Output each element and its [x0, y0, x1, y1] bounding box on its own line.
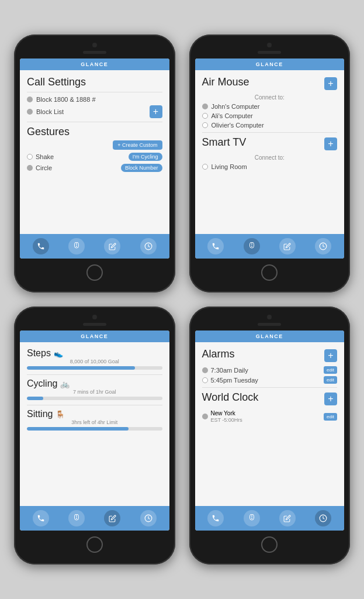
world-clock-header: World Clock + — [202, 391, 338, 406]
svg-point-2 — [76, 246, 77, 247]
radio-dot-2 — [27, 109, 33, 115]
alarms-header: Alarms + — [202, 348, 338, 363]
toolbar-mouse-icon-4[interactable] — [244, 510, 260, 526]
screen-4: GLANCE Alarms + 7:30am Daily edit 5 — [195, 331, 345, 531]
world-clock-ny-item: New York EST -5:00Hrs edit — [202, 409, 338, 424]
toolbar-mouse-icon-1[interactable] — [68, 238, 85, 254]
air-mouse-title: Air Mouse — [202, 76, 249, 88]
phone-1: GLANCE Call Settings Block 1800 & 1888 #… — [14, 35, 175, 292]
phone-speaker-2 — [258, 51, 281, 54]
toolbar-edit-icon-4[interactable] — [279, 510, 296, 526]
alarm-1-edit-button[interactable]: edit — [324, 366, 337, 374]
cycling-section: Cycling 🚲 7 mins of 1hr Goal — [27, 378, 162, 400]
living-room-label: Living Room — [212, 163, 247, 170]
gesture-circle-label: Circle — [36, 164, 52, 171]
phone-speaker-3 — [83, 323, 106, 326]
alarm-2-edit-button[interactable]: edit — [324, 376, 337, 384]
smart-tv-title: Smart TV — [202, 136, 247, 149]
add-smart-tv-button[interactable]: + — [324, 137, 337, 150]
phone-camera-3 — [92, 315, 97, 319]
steps-progress-fill — [27, 366, 135, 370]
status-bar-3: GLANCE — [20, 331, 169, 342]
air-mouse-header: Air Mouse + — [202, 76, 338, 91]
phone-camera-2 — [267, 43, 272, 47]
alarm-2-label: 5:45pm Tuesday — [211, 377, 258, 384]
toolbar-clock-icon-2[interactable] — [315, 238, 331, 254]
gesture-shake-label: Shake — [36, 153, 54, 160]
radio-olivier — [202, 122, 208, 128]
alarm-2-radio — [202, 377, 208, 383]
toolbar-clock-icon-3[interactable] — [140, 510, 157, 526]
sitting-section: Sitting 🪑 3hrs left of 4hr Limit — [27, 409, 162, 431]
radio-ali — [202, 113, 208, 119]
toolbar-phone-icon-4[interactable] — [207, 510, 224, 526]
toolbar-mouse-icon-3[interactable] — [68, 510, 85, 526]
home-button-3[interactable] — [86, 536, 103, 553]
add-world-clock-button[interactable]: + — [324, 393, 337, 405]
phone-speaker-1 — [83, 51, 106, 54]
toolbar-clock-icon-4[interactable] — [315, 510, 331, 526]
add-alarm-button[interactable]: + — [324, 349, 337, 362]
svg-point-6 — [251, 246, 252, 247]
status-bar-2: GLANCE — [195, 58, 345, 70]
call-settings-title: Call Settings — [27, 76, 162, 88]
alarms-title: Alarms — [202, 348, 235, 360]
block-list-label: Block List — [36, 108, 64, 115]
svg-point-10 — [76, 518, 77, 519]
steps-subtitle: 8,000 of 10,000 Goal — [27, 359, 162, 364]
toolbar-edit-icon-3[interactable] — [104, 510, 120, 526]
home-button-1[interactable] — [86, 264, 103, 281]
toolbar-edit-icon-1[interactable] — [104, 238, 120, 254]
steps-icon: 👟 — [54, 349, 63, 358]
gesture-shake-radio[interactable] — [27, 154, 33, 160]
toolbar-phone-icon-2[interactable] — [207, 238, 224, 254]
create-custom-button[interactable]: + Create Custom — [113, 140, 162, 150]
wc-ny-city: New York — [211, 409, 242, 417]
phone-4: GLANCE Alarms + 7:30am Daily edit 5 — [189, 307, 351, 564]
wc-ny-radio — [202, 414, 208, 419]
toolbar-2 — [195, 234, 345, 259]
cycling-icon: 🚲 — [60, 380, 70, 388]
smart-tv-header: Smart TV + — [202, 136, 338, 151]
toolbar-phone-icon-1[interactable] — [33, 238, 49, 254]
toolbar-clock-icon-1[interactable] — [140, 238, 157, 254]
add-block-list-button[interactable]: + — [150, 105, 162, 118]
gesture-circle-row: Circle Block Number — [27, 164, 162, 172]
toolbar-4 — [195, 506, 345, 531]
olivier-computer-item: Olivier's Computer — [202, 122, 338, 129]
living-room-item: Living Room — [202, 163, 338, 170]
status-bar-4: GLANCE — [195, 331, 345, 342]
cycling-title: Cycling 🚲 — [27, 378, 162, 389]
gestures-title: Gestures — [27, 126, 162, 138]
radio-john — [202, 104, 208, 109]
sitting-progress-fill — [27, 427, 129, 431]
ali-computer-item: Ali's Computer — [202, 112, 338, 119]
steps-progress-bg — [27, 366, 162, 370]
home-button-4[interactable] — [261, 536, 278, 553]
add-air-mouse-button[interactable]: + — [324, 77, 337, 90]
gesture-circle-radio[interactable] — [27, 165, 33, 171]
alarm-1-radio — [202, 367, 208, 373]
alarm-2-item: 5:45pm Tuesday edit — [202, 376, 338, 384]
john-computer-label: John's Computer — [212, 103, 260, 110]
radio-dot-1 — [27, 97, 33, 102]
toolbar-edit-icon-2[interactable] — [279, 238, 296, 254]
olivier-computer-label: Olivier's Computer — [212, 122, 264, 129]
toolbar-1 — [20, 234, 169, 259]
block-list-item: Block List + — [27, 105, 162, 118]
home-button-2[interactable] — [261, 264, 278, 281]
toolbar-mouse-icon-2[interactable] — [244, 238, 260, 254]
john-computer-item: John's Computer — [202, 103, 338, 110]
wc-ny-edit-button[interactable]: edit — [324, 413, 337, 421]
svg-point-14 — [251, 518, 252, 519]
toolbar-phone-icon-3[interactable] — [33, 510, 49, 526]
screen-3: GLANCE Steps 👟 8,000 of 10,000 Goal Cycl… — [20, 331, 169, 531]
cycling-subtitle: 7 mins of 1hr Goal — [27, 389, 162, 395]
gesture-circle-badge: Block Number — [121, 164, 162, 172]
block1800-item: Block 1800 & 1888 # — [27, 96, 162, 103]
screen-1: GLANCE Call Settings Block 1800 & 1888 #… — [20, 58, 169, 259]
steps-section: Steps 👟 8,000 of 10,000 Goal — [27, 348, 162, 370]
status-bar-1: GLANCE — [20, 58, 169, 70]
steps-title: Steps 👟 — [27, 348, 162, 359]
alarm-1-item: 7:30am Daily edit — [202, 366, 338, 374]
